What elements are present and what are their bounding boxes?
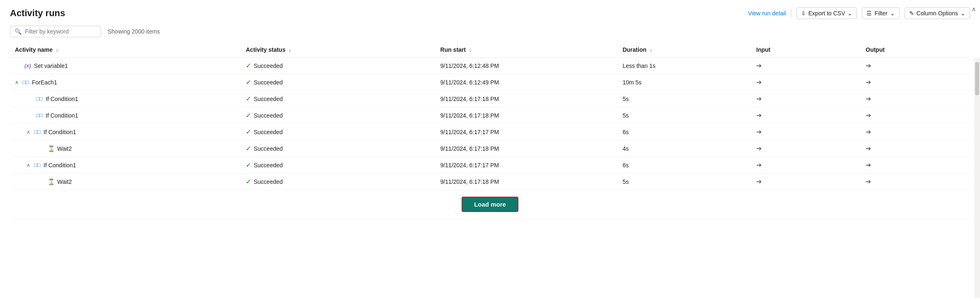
search-input[interactable] [25,28,91,35]
cell-status: ✓ Succeeded [241,140,435,157]
load-more-button[interactable]: Load more [462,197,518,212]
table-row: ⌛ Wait2 ✓ Succeeded 9/11/2024, 6:17:18 P… [10,173,970,190]
activity-name-text: If Condition1 [44,129,76,135]
status-text: Succeeded [254,112,283,119]
expand-icon[interactable]: ∧ [15,79,19,85]
ifcond-icon: □□ [34,128,41,136]
filter-dropdown-icon[interactable]: ⌄ [890,10,895,17]
col-header-runstart: Run start ↕ [436,42,618,58]
input-icon[interactable]: ➔ [756,128,762,135]
activity-name-text: Set variable1 [34,63,68,69]
table-row: (x) Set variable1 ✓ Succeeded 9/11/2024,… [10,58,970,74]
sort-icon-duration[interactable]: ↕ [650,48,652,53]
input-icon[interactable]: ➔ [756,95,762,102]
input-icon[interactable]: ➔ [756,112,762,119]
cell-name: □□ If Condition1 [10,91,241,107]
filter-icon: ☰ [866,10,872,17]
succeeded-icon: ✓ [246,78,251,86]
succeeded-icon: ✓ [246,161,251,169]
output-icon[interactable]: ➔ [866,161,871,169]
status-text: Succeeded [254,145,283,152]
succeeded-icon: ✓ [246,128,251,136]
activity-name-text: ForEach1 [32,79,57,86]
cell-status: ✓ Succeeded [241,91,435,107]
cell-runstart: 9/11/2024, 6:12:49 PM [436,74,618,91]
export-dropdown-icon[interactable]: ⌄ [847,10,852,17]
sort-icon-status[interactable]: ↕ [289,48,291,53]
cell-status: ✓ Succeeded [241,157,435,173]
succeeded-icon: ✓ [246,111,251,119]
succeeded-icon: ✓ [246,178,251,185]
header-actions: View run detail ⇩ Export to CSV ⌄ ☰ Filt… [748,7,970,19]
toolbar-row: 🔍 Showing 2000 items [10,26,970,37]
filter-button[interactable]: ☰ Filter ⌄ [862,7,899,19]
column-options-button[interactable]: ✎ Column Options ⌄ [905,7,970,19]
collapse-icon[interactable]: ∧ [972,6,976,12]
input-icon[interactable]: ➔ [756,79,762,86]
activity-name-text: If Condition1 [46,112,78,119]
output-icon[interactable]: ➔ [866,128,871,135]
col-header-output: Output [861,42,970,58]
cell-runstart: 9/11/2024, 6:17:18 PM [436,140,618,157]
foreach-icon: □□ [22,79,29,86]
status-text: Succeeded [254,63,283,69]
col-header-input: Input [751,42,861,58]
scrollbar[interactable] [974,58,980,298]
cell-runstart: 9/11/2024, 6:17:17 PM [436,157,618,173]
cell-runstart: 9/11/2024, 6:17:18 PM [436,173,618,190]
sort-icon-name[interactable]: ↕ [56,48,58,53]
input-icon[interactable]: ➔ [756,161,762,169]
search-box: 🔍 [10,26,101,37]
status-text: Succeeded [254,162,283,169]
header-row: Activity runs View run detail ⇩ Export t… [10,7,970,19]
succeeded-icon: ✓ [246,144,251,152]
succeeded-icon: ✓ [246,95,251,103]
cell-status: ✓ Succeeded [241,107,435,124]
output-icon[interactable]: ➔ [866,178,871,185]
col-header-status: Activity status ↕ [241,42,435,58]
ifcond-icon: □□ [34,161,41,169]
table-row: ∧ □□ If Condition1 ✓ Succeeded 9/11/2024… [10,124,970,140]
output-icon[interactable]: ➔ [866,145,871,152]
output-icon[interactable]: ➔ [866,112,871,119]
input-icon[interactable]: ➔ [756,62,762,69]
activity-name-text: Wait2 [57,145,72,152]
col-header-name: Activity name ↕ [10,42,241,58]
table-wrapper: Activity name ↕ Activity status ↕ Run st… [10,42,970,301]
input-icon[interactable]: ➔ [756,178,762,185]
cell-name: ∧ □□ If Condition1 [10,124,241,140]
cell-name: ∧ □□ If Condition1 [10,157,241,173]
column-options-icon: ✎ [909,10,914,17]
output-icon[interactable]: ➔ [866,62,871,69]
status-text: Succeeded [254,129,283,135]
output-icon[interactable]: ➔ [866,79,871,86]
activity-name-text: If Condition1 [44,162,76,169]
cell-input: ➔ [751,157,861,173]
cell-duration: Less than 1s [617,58,751,74]
cell-name: ⌛ Wait2 [10,173,241,190]
cell-name: □□ If Condition1 [10,107,241,124]
table-header-row: Activity name ↕ Activity status ↕ Run st… [10,42,970,58]
cell-output: ➔ [861,124,970,140]
cell-status: ✓ Succeeded [241,74,435,91]
cell-duration: 5s [617,107,751,124]
sort-icon-runstart[interactable]: ↕ [469,48,472,53]
table-row: ∧ □□ ForEach1 ✓ Succeeded 9/11/2024, 6:1… [10,74,970,91]
cell-runstart: 9/11/2024, 6:17:18 PM [436,107,618,124]
status-text: Succeeded [254,79,283,86]
cell-runstart: 9/11/2024, 6:17:18 PM [436,91,618,107]
scrollbar-thumb[interactable] [975,62,979,95]
expand-icon[interactable]: ∧ [27,162,30,168]
load-more-cell: Load more [10,190,970,219]
cell-name: (x) Set variable1 [10,58,241,74]
table-row: ⌛ Wait2 ✓ Succeeded 9/11/2024, 6:17:18 P… [10,140,970,157]
column-options-dropdown-icon[interactable]: ⌄ [961,10,965,17]
view-run-detail-button[interactable]: View run detail [748,10,786,17]
cell-status: ✓ Succeeded [241,173,435,190]
export-to-csv-button[interactable]: ⇩ Export to CSV ⌄ [796,7,857,19]
search-icon: 🔍 [15,28,22,35]
output-icon[interactable]: ➔ [866,95,871,102]
input-icon[interactable]: ➔ [756,145,762,152]
cell-input: ➔ [751,107,861,124]
expand-icon[interactable]: ∧ [27,129,30,135]
